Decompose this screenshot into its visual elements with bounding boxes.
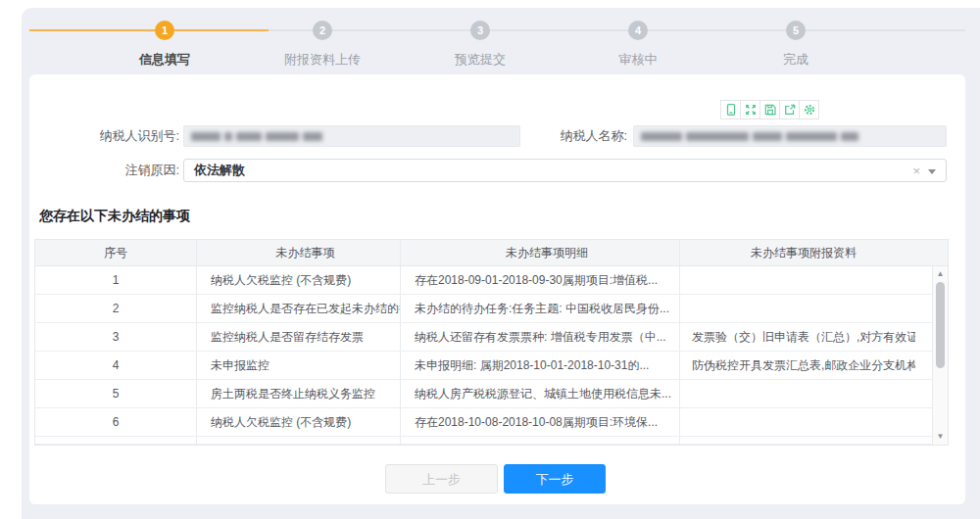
table-cell [35,437,197,444]
device-icon[interactable] [720,100,741,119]
step-number: 1 [155,21,174,40]
scrollbar-thumb[interactable] [936,282,945,368]
table-cell [680,295,915,322]
prev-step-button[interactable]: 上一步 [385,464,498,494]
wizard-stepper: 1信息填写2附报资料上传3预览提交4审核中5完成 [0,8,980,74]
taxpayer-id-redacted-value [191,132,322,141]
table-cell: 防伪税控开具发票汇总表,邮政企业分支机构增值... [680,352,915,379]
table-row[interactable]: 1纳税人欠税监控 (不含规费)存在2018-09-01-2018-09-30属期… [35,266,948,295]
clear-icon[interactable]: × [912,163,920,179]
step-number: 2 [313,21,332,40]
taxpayer-id-field[interactable] [183,125,520,147]
export-icon[interactable] [779,100,800,119]
step-label: 审核中 [569,51,707,69]
table-cell: 3 [35,323,197,351]
table-cell: 未申报明细: 属期2018-10-01-2018-10-31的... [401,352,680,379]
table-scrollbar[interactable]: ▲ ▼ [932,266,948,445]
table-row[interactable]: 4未申报监控未申报明细: 属期2018-10-01-2018-10-31的...… [35,352,948,380]
taxpayer-name-field[interactable] [633,125,947,147]
main-card: 纳税人识别号: 纳税人名称: 注销原因: 依法解散 × 您存在以下未办结的事项 … [29,74,965,504]
pending-items-table: 序号未办结事项未办结事项明细未办结事项附报资料 1纳税人欠税监控 (不含规费)存… [34,239,949,446]
chevron-down-icon[interactable] [928,169,936,174]
step-4: 4审核中 [569,21,707,69]
table-row[interactable]: 5房土两税是否终止纳税义务监控纳税人房产税税源登记、城镇土地使用税信息未... [35,380,948,408]
taxpayer-name-redacted-value [641,132,858,141]
table-cell: 6 [35,408,197,436]
step-1: 1信息填写 [96,21,233,69]
table-cell: 存在2018-09-01-2018-09-30属期项目:增值税... [401,266,680,294]
table-row[interactable]: 3监控纳税人是否留存结存发票纳税人还留存有发票票种: 增值税专用发票（中...发… [35,323,948,352]
step-label: 附报资料上传 [254,51,391,69]
scroll-down-icon[interactable]: ▼ [933,430,948,444]
column-header: 序号 [35,240,197,265]
step-2: 2附报资料上传 [254,21,391,69]
table-cell [680,408,915,436]
table-cell [680,266,915,294]
table-header: 序号未办结事项未办结事项明细未办结事项附报资料 [35,240,948,266]
table-cell: 房土两税是否终止纳税义务监控 [197,380,401,407]
step-number: 5 [786,21,806,40]
step-label: 信息填写 [96,51,233,69]
scroll-up-icon[interactable]: ▲ [933,267,948,281]
pending-items-title: 您存在以下未办结的事项 [39,208,190,225]
table-cell: 2 [35,295,197,322]
cancel-reason-select[interactable]: 依法解散 × [183,159,947,182]
cancel-reason-value: 依法解散 [194,163,245,177]
mini-toolbar [721,100,819,119]
step-number: 3 [470,21,490,40]
table-cell: 纳税人欠税监控 (不含规费) [197,408,401,436]
table-cell: 监控纳税人是否留存结存发票 [197,323,401,351]
table-cell: 存在2018-10-08-2018-10-08属期项目:环境保... [401,408,680,436]
table-row[interactable]: 6纳税人欠税监控 (不含规费)存在2018-10-08-2018-10-08属期… [35,408,948,437]
table-cell: 1 [35,266,197,294]
cancel-reason-label: 注销原因: [64,160,179,181]
step-number: 4 [628,21,648,40]
table-cell: 纳税人房产税税源登记、城镇土地使用税信息未... [401,380,680,407]
column-header: 未办结事项 [197,240,401,265]
taxpayer-name-label: 纳税人名称: [517,125,627,147]
settings-icon[interactable] [799,100,819,119]
fullscreen-icon[interactable] [740,100,760,119]
step-label: 完成 [727,51,864,69]
table-cell [401,437,680,444]
column-header: 未办结事项附报资料 [680,240,915,265]
column-header: 未办结事项明细 [401,240,680,265]
table-cell: 5 [35,380,197,407]
save-icon[interactable] [760,100,780,119]
taxpayer-id-label: 纳税人识别号: [64,125,179,147]
table-row[interactable]: 2监控纳税人是否存在已发起未办结的待办任务未办结的待办任务:任务主题: 中国税收… [35,295,948,323]
table-cell: 4 [35,352,197,379]
table-cell: 纳税人还留存有发票票种: 增值税专用发票（中... [401,323,680,351]
next-step-button[interactable]: 下一步 [504,464,606,494]
table-cell: 未申报监控 [197,352,401,379]
step-3: 3预览提交 [412,21,549,69]
table-cell: 纳税人欠税监控 (不含规费) [197,266,401,294]
table-row-partial [35,437,948,445]
step-label: 预览提交 [412,51,549,69]
table-cell: 监控纳税人是否存在已发起未办结的待办任务 [197,295,401,322]
table-cell: 未办结的待办任务:任务主题: 中国税收居民身份... [401,295,680,322]
table-cell [680,380,915,407]
table-cell [197,437,401,444]
step-5: 5完成 [727,21,864,69]
table-cell [680,437,915,444]
table-cell: 发票验（交）旧申请表（汇总）,对方有效证明,发... [680,323,915,351]
